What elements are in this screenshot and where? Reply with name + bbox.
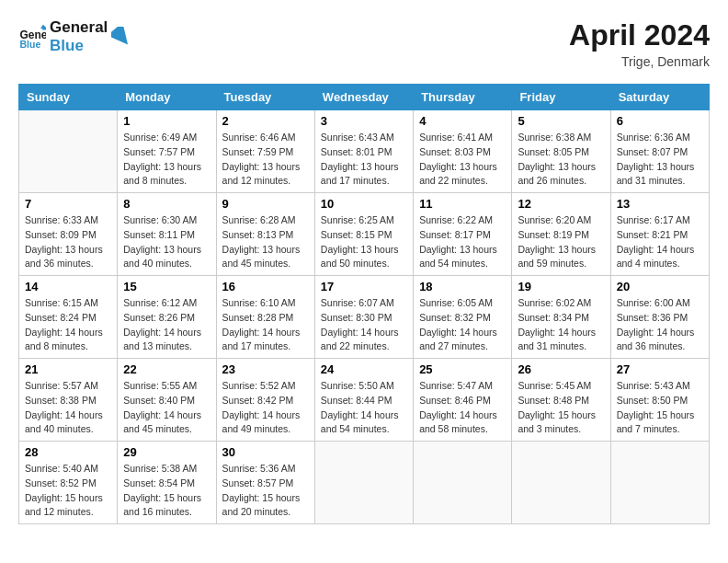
day-info-line: Sunrise: 6:10 AM bbox=[222, 297, 296, 308]
calendar-table: SundayMondayTuesdayWednesdayThursdayFrid… bbox=[18, 84, 710, 524]
day-info: Sunrise: 6:33 AMSunset: 8:09 PMDaylight:… bbox=[25, 213, 111, 271]
day-number: 24 bbox=[321, 362, 407, 376]
day-info-line: Sunset: 8:46 PM bbox=[419, 395, 491, 406]
day-info-line: Sunrise: 6:22 AM bbox=[419, 214, 493, 225]
calendar-header-row: SundayMondayTuesdayWednesdayThursdayFrid… bbox=[19, 85, 710, 110]
day-info-line: Daylight: 13 hours bbox=[617, 161, 695, 172]
calendar-day-cell: 18Sunrise: 6:05 AMSunset: 8:32 PMDayligh… bbox=[414, 276, 512, 359]
day-info-line: Sunset: 8:05 PM bbox=[518, 146, 589, 157]
calendar-day-cell: 8Sunrise: 6:30 AMSunset: 8:11 PMDaylight… bbox=[118, 193, 216, 276]
day-number: 16 bbox=[222, 280, 309, 293]
day-info-line: Sunset: 8:38 PM bbox=[25, 395, 97, 406]
day-info: Sunrise: 6:38 AMSunset: 8:05 PMDaylight:… bbox=[518, 131, 604, 189]
day-info: Sunrise: 6:43 AMSunset: 8:01 PMDaylight:… bbox=[321, 131, 407, 189]
calendar-day-cell: 12Sunrise: 6:20 AMSunset: 8:19 PMDayligh… bbox=[512, 193, 610, 276]
calendar-day-cell bbox=[512, 442, 610, 524]
calendar-day-cell: 2Sunrise: 6:46 AMSunset: 7:59 PMDaylight… bbox=[216, 110, 314, 193]
calendar-day-cell: 22Sunrise: 5:55 AMSunset: 8:40 PMDayligh… bbox=[118, 359, 216, 442]
calendar-day-cell: 10Sunrise: 6:25 AMSunset: 8:15 PMDayligh… bbox=[314, 193, 413, 276]
day-info-line: Sunrise: 5:45 AM bbox=[518, 380, 591, 391]
day-number: 4 bbox=[419, 114, 506, 128]
day-info-line: Sunset: 8:40 PM bbox=[123, 395, 195, 406]
day-info-line: Sunrise: 6:20 AM bbox=[518, 214, 591, 225]
day-info-line: Sunset: 8:19 PM bbox=[518, 229, 589, 240]
day-info-line: Daylight: 14 hours bbox=[222, 409, 301, 420]
day-info-line: Sunrise: 6:49 AM bbox=[123, 132, 197, 143]
day-info: Sunrise: 5:40 AMSunset: 8:52 PMDaylight:… bbox=[25, 462, 111, 520]
day-info-line: Sunset: 8:09 PM bbox=[25, 229, 97, 240]
day-info-line: and 22 minutes. bbox=[321, 340, 390, 351]
calendar-day-cell: 26Sunrise: 5:45 AMSunset: 8:48 PMDayligh… bbox=[512, 359, 610, 442]
day-info-line: Sunset: 8:24 PM bbox=[25, 312, 97, 323]
svg-text:Blue: Blue bbox=[20, 39, 41, 50]
day-info-line: and 36 minutes. bbox=[617, 340, 686, 351]
calendar-day-cell: 29Sunrise: 5:38 AMSunset: 8:54 PMDayligh… bbox=[118, 442, 216, 524]
day-info-line: Daylight: 14 hours bbox=[25, 409, 103, 420]
day-info-line: Sunrise: 6:41 AM bbox=[419, 132, 493, 143]
calendar-day-cell: 1Sunrise: 6:49 AMSunset: 7:57 PMDaylight… bbox=[118, 110, 216, 193]
logo: General Blue General Blue bbox=[18, 18, 131, 56]
logo-blue: Blue bbox=[50, 37, 108, 55]
day-number: 29 bbox=[123, 445, 210, 459]
day-number: 9 bbox=[222, 197, 309, 211]
day-number: 23 bbox=[222, 362, 309, 376]
day-info-line: Sunrise: 6:38 AM bbox=[518, 132, 591, 143]
day-info: Sunrise: 6:12 AMSunset: 8:26 PMDaylight:… bbox=[123, 296, 210, 354]
day-info-line: Sunrise: 6:17 AM bbox=[617, 214, 690, 225]
day-of-week-header: Tuesday bbox=[216, 85, 314, 110]
day-info-line: and 54 minutes. bbox=[321, 423, 390, 434]
day-info-line: Daylight: 15 hours bbox=[222, 492, 301, 503]
day-number: 28 bbox=[25, 445, 111, 459]
day-info-line: Daylight: 14 hours bbox=[518, 327, 596, 338]
day-info: Sunrise: 6:41 AMSunset: 8:03 PMDaylight:… bbox=[419, 131, 506, 189]
day-info-line: Sunset: 8:17 PM bbox=[419, 229, 491, 240]
day-info-line: Sunrise: 5:57 AM bbox=[25, 380, 98, 391]
day-info-line: Sunrise: 6:02 AM bbox=[518, 297, 591, 308]
day-number: 6 bbox=[617, 114, 703, 128]
day-info-line: Sunrise: 5:38 AM bbox=[123, 463, 197, 474]
day-info-line: and 40 minutes. bbox=[123, 258, 192, 269]
day-info-line: Sunset: 8:28 PM bbox=[222, 312, 294, 323]
day-number: 2 bbox=[222, 114, 309, 128]
logo-icon: General Blue bbox=[18, 23, 46, 51]
title-block: April 2024 Trige, Denmark bbox=[569, 18, 710, 69]
calendar-week-row: 7Sunrise: 6:33 AMSunset: 8:09 PMDaylight… bbox=[19, 193, 710, 276]
calendar-day-cell: 13Sunrise: 6:17 AMSunset: 8:21 PMDayligh… bbox=[610, 193, 709, 276]
day-info: Sunrise: 6:10 AMSunset: 8:28 PMDaylight:… bbox=[222, 296, 309, 354]
day-info: Sunrise: 5:43 AMSunset: 8:50 PMDaylight:… bbox=[617, 379, 703, 437]
logo-general: General bbox=[50, 18, 108, 37]
calendar-week-row: 21Sunrise: 5:57 AMSunset: 8:38 PMDayligh… bbox=[19, 359, 710, 442]
day-number: 19 bbox=[518, 280, 604, 293]
day-info: Sunrise: 6:28 AMSunset: 8:13 PMDaylight:… bbox=[222, 213, 309, 271]
day-info-line: Daylight: 13 hours bbox=[518, 161, 596, 172]
day-number: 12 bbox=[518, 197, 604, 211]
day-info-line: Sunset: 8:54 PM bbox=[123, 477, 195, 488]
day-info-line: and 40 minutes. bbox=[25, 423, 94, 434]
calendar-day-cell: 23Sunrise: 5:52 AMSunset: 8:42 PMDayligh… bbox=[216, 359, 314, 442]
day-info-line: and 12 minutes. bbox=[222, 175, 291, 186]
day-info: Sunrise: 6:46 AMSunset: 7:59 PMDaylight:… bbox=[222, 131, 309, 189]
day-info-line: Daylight: 13 hours bbox=[321, 244, 399, 255]
day-info-line: and 8 minutes. bbox=[25, 340, 88, 351]
day-number: 5 bbox=[518, 114, 604, 128]
day-info-line: Sunrise: 6:00 AM bbox=[617, 297, 690, 308]
day-info-line: and 31 minutes. bbox=[518, 340, 586, 351]
day-info-line: Sunset: 8:32 PM bbox=[419, 312, 491, 323]
day-info-line: and 22 minutes. bbox=[419, 175, 488, 186]
day-number: 30 bbox=[222, 445, 309, 459]
day-info-line: Sunrise: 6:30 AM bbox=[123, 214, 197, 225]
calendar-day-cell: 25Sunrise: 5:47 AMSunset: 8:46 PMDayligh… bbox=[414, 359, 512, 442]
day-of-week-header: Monday bbox=[118, 85, 216, 110]
day-info-line: Sunset: 8:44 PM bbox=[321, 395, 392, 406]
calendar-day-cell bbox=[610, 442, 709, 524]
page-header: General Blue General Blue April 2024 Tri… bbox=[18, 18, 710, 69]
day-info-line: Daylight: 13 hours bbox=[419, 161, 497, 172]
calendar-day-cell: 5Sunrise: 6:38 AMSunset: 8:05 PMDaylight… bbox=[512, 110, 610, 193]
day-number: 3 bbox=[321, 114, 407, 128]
day-info-line: and 4 minutes. bbox=[617, 258, 680, 269]
day-info-line: Sunrise: 6:33 AM bbox=[25, 214, 98, 225]
day-info-line: and 16 minutes. bbox=[123, 506, 192, 517]
day-number: 26 bbox=[518, 362, 604, 376]
day-info-line: Sunset: 8:34 PM bbox=[518, 312, 589, 323]
day-info-line: Daylight: 14 hours bbox=[222, 327, 301, 338]
